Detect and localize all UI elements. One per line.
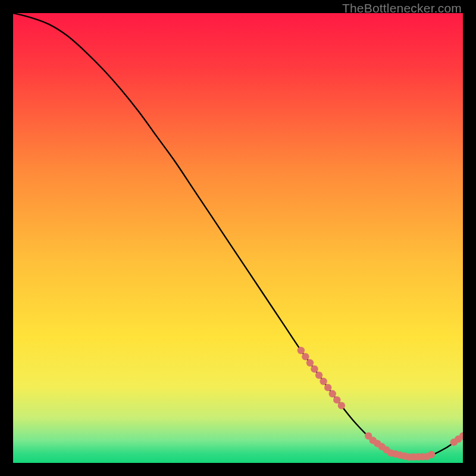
data-point	[329, 390, 336, 397]
chart-stage: TheBottlenecker.com	[0, 0, 476, 476]
data-point	[324, 384, 331, 391]
gradient-bg	[13, 13, 463, 463]
data-point	[315, 371, 322, 378]
data-point	[320, 378, 327, 385]
data-point	[311, 365, 318, 372]
data-point	[338, 402, 345, 409]
data-point	[298, 347, 305, 354]
data-point	[306, 359, 314, 367]
data-point	[302, 353, 309, 360]
data-point	[428, 451, 435, 458]
bottleneck-chart	[13, 13, 463, 463]
